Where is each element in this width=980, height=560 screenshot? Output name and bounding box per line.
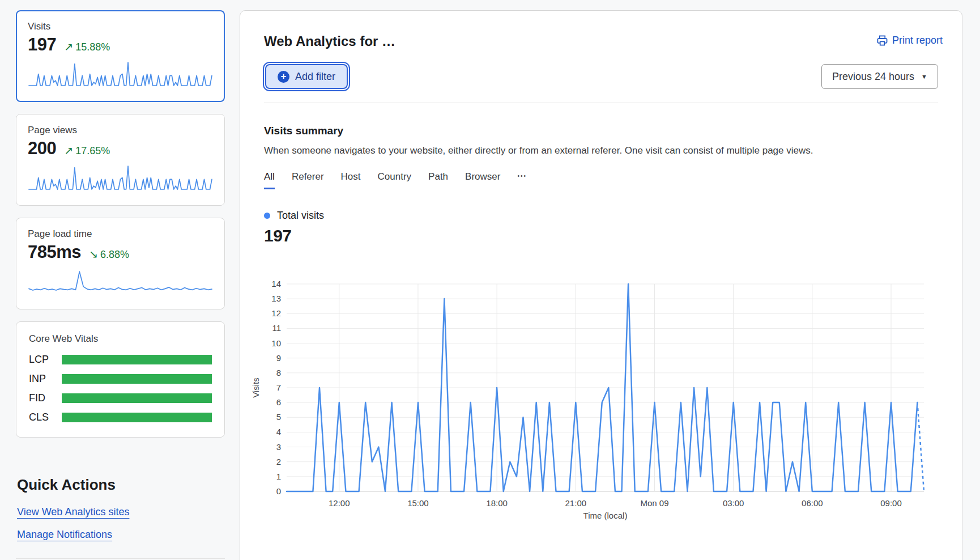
x-tick-label: 21:00	[565, 498, 587, 508]
print-report-link[interactable]: Print report	[877, 35, 943, 46]
cwv-bar	[62, 374, 212, 384]
total-visits-value: 197	[264, 226, 938, 245]
metric-card-page-views[interactable]: Page views 200 ↗17.65%	[16, 114, 225, 206]
core-web-vitals-title: Core Web Vitals	[29, 333, 212, 345]
metric-card-page-load-time[interactable]: Page load time 785ms ↘6.88%	[16, 218, 225, 309]
metric-delta-value: 15.88%	[75, 41, 110, 53]
metrics-sidebar: Visits 197 ↗15.88% Page views 200 ↗17.65…	[16, 10, 225, 559]
web-analytics-panel: Web Analytics for … Print report + Add f…	[240, 10, 962, 560]
trend-up-icon: ↗	[64, 41, 73, 53]
dimension-tabs: AllRefererHostCountryPathBrowser•••	[264, 171, 938, 189]
chart-container: 0123456789101112131412:0015:0018:0021:00…	[250, 277, 938, 528]
visits-summary-section: Visits summary When someone navigates to…	[240, 103, 962, 528]
header-divider	[264, 103, 938, 103]
cwv-label: FID	[29, 392, 62, 404]
chevron-down-icon: ▼	[921, 73, 927, 80]
cwv-row-lcp: LCP	[29, 354, 212, 366]
metric-title: Page load time	[28, 228, 213, 240]
sidebar-divider	[16, 558, 225, 559]
plus-icon: +	[278, 71, 289, 83]
y-tick-label: 14	[271, 279, 281, 289]
page-load-time-sparkline	[28, 268, 213, 294]
y-axis-title: Visits	[251, 377, 261, 398]
trend-up-icon: ↗	[64, 145, 73, 156]
visits-sparkline	[28, 61, 213, 87]
time-range-label: Previous 24 hours	[832, 71, 914, 83]
x-tick-label: 15:00	[407, 498, 429, 508]
metric-delta: ↘6.88%	[89, 248, 129, 261]
y-tick-label: 4	[276, 427, 281, 436]
y-tick-label: 9	[276, 353, 281, 363]
add-filter-label: Add filter	[295, 71, 335, 83]
y-tick-label: 0	[276, 486, 281, 496]
tab-referer[interactable]: Referer	[292, 171, 324, 189]
tab-all[interactable]: All	[264, 171, 275, 189]
metric-value: 785ms	[28, 242, 81, 262]
metric-delta: ↗15.88%	[64, 40, 110, 53]
metric-title: Page views	[28, 125, 213, 136]
filter-controls: + Add filter Previous 24 hours ▼	[264, 64, 938, 91]
metric-delta-value: 17.65%	[75, 145, 110, 156]
tab-overflow[interactable]: •••	[517, 173, 527, 188]
page-title: Web Analytics for …	[264, 33, 938, 49]
cwv-label: CLS	[29, 411, 62, 423]
printer-icon	[877, 35, 888, 46]
cwv-row-cls: CLS	[29, 411, 212, 423]
metric-card-visits[interactable]: Visits 197 ↗15.88%	[16, 10, 225, 102]
y-tick-label: 8	[276, 368, 281, 377]
metric-value-row: 200 ↗17.65%	[28, 138, 213, 159]
y-tick-label: 3	[276, 442, 281, 452]
cwv-bar	[62, 393, 212, 403]
page: Visits 197 ↗15.88% Page views 200 ↗17.65…	[0, 0, 980, 560]
link-manage-notifications[interactable]: Manage Notifications	[17, 529, 112, 541]
cwv-row-inp: INP	[29, 373, 212, 385]
quick-actions-title: Quick Actions	[17, 476, 225, 494]
y-tick-label: 5	[276, 412, 281, 422]
y-tick-label: 11	[272, 323, 281, 333]
cwv-label: LCP	[29, 354, 62, 366]
y-tick-label: 2	[276, 457, 281, 466]
metric-value-row: 785ms ↘6.88%	[28, 242, 213, 262]
legend-label: Total visits	[277, 210, 324, 222]
tab-country[interactable]: Country	[378, 171, 412, 189]
trend-down-icon: ↘	[89, 248, 98, 260]
x-axis-title: Time (local)	[583, 511, 628, 520]
quick-actions-links: View Web Analytics sitesManage Notificat…	[16, 506, 225, 551]
link-view-web-analytics-sites[interactable]: View Web Analytics sites	[17, 506, 129, 518]
x-tick-label: Mon 09	[640, 498, 668, 508]
metric-card-list: Visits 197 ↗15.88% Page views 200 ↗17.65…	[16, 10, 225, 309]
tab-browser[interactable]: Browser	[465, 171, 500, 189]
x-tick-label: 09:00	[880, 498, 902, 508]
print-report-label: Print report	[892, 35, 943, 46]
x-tick-label: 06:00	[802, 498, 823, 508]
time-range-dropdown[interactable]: Previous 24 hours ▼	[821, 64, 938, 89]
core-web-vitals-card[interactable]: Core Web Vitals LCP INP FID CLS	[16, 321, 225, 438]
page-views-sparkline	[28, 164, 213, 190]
y-tick-label: 1	[276, 472, 281, 481]
tab-host[interactable]: Host	[341, 171, 361, 189]
metric-title: Visits	[28, 21, 213, 32]
metric-delta-value: 6.88%	[100, 249, 129, 260]
panel-header: Web Analytics for … Print report + Add f…	[240, 11, 962, 103]
x-tick-label: 12:00	[329, 498, 350, 508]
cwv-bar	[62, 413, 212, 422]
x-tick-label: 18:00	[486, 498, 508, 508]
visits-line-chart: 0123456789101112131412:0015:0018:0021:00…	[250, 277, 935, 525]
y-tick-label: 12	[271, 308, 281, 318]
cwv-bar	[62, 355, 212, 364]
cwv-row-fid: FID	[29, 392, 212, 404]
y-tick-label: 10	[271, 338, 281, 348]
y-tick-label: 6	[276, 397, 281, 407]
x-tick-label: 03:00	[723, 498, 744, 508]
y-tick-label: 13	[271, 294, 281, 303]
series-legend: Total visits	[264, 210, 938, 222]
section-description: When someone navigates to your website, …	[264, 145, 938, 156]
metric-value: 197	[28, 35, 56, 55]
legend-dot-icon	[264, 213, 270, 219]
add-filter-button[interactable]: + Add filter	[265, 64, 348, 89]
cwv-label: INP	[29, 373, 62, 385]
metric-value: 200	[28, 138, 56, 159]
section-title: Visits summary	[264, 125, 938, 137]
metric-value-row: 197 ↗15.88%	[28, 35, 213, 55]
tab-path[interactable]: Path	[428, 171, 448, 189]
